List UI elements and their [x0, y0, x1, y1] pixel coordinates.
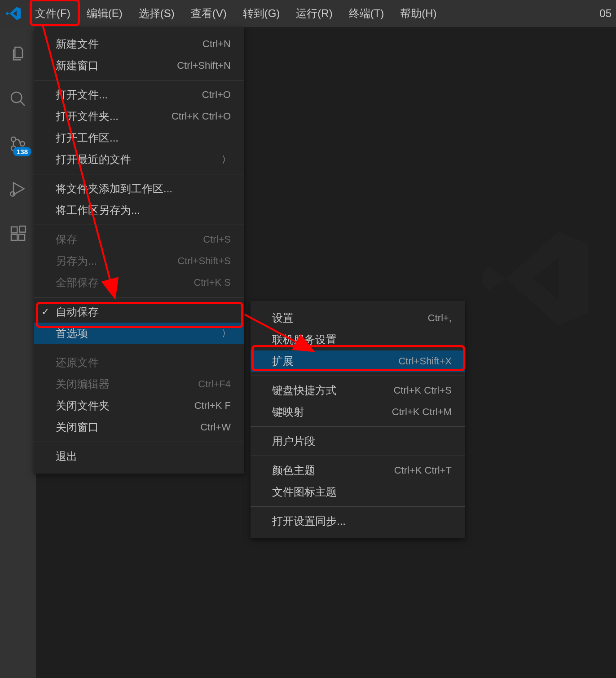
- menu-item-label: 自动保存: [56, 305, 231, 319]
- menu-item-label: 全部保存: [56, 275, 194, 290]
- menu-open-recent[interactable]: 打开最近的文件 〉: [34, 149, 244, 170]
- menu-item-label: 首选项: [56, 326, 222, 341]
- svg-rect-6: [11, 227, 17, 233]
- file-dropdown-menu: 新建文件 Ctrl+N 新建窗口 Ctrl+Shift+N 打开文件... Ct…: [34, 27, 244, 474]
- menu-exit[interactable]: 退出: [34, 446, 244, 467]
- menu-open-workspace[interactable]: 打开工作区...: [34, 127, 244, 149]
- menu-item-label: 保存: [56, 232, 203, 247]
- menu-open-file[interactable]: 打开文件... Ctrl+O: [34, 84, 244, 106]
- menu-item-label: 新建窗口: [56, 58, 177, 73]
- menu-item-label: 还原文件: [56, 355, 231, 370]
- menu-save-as[interactable]: 另存为... Ctrl+Shift+S: [34, 250, 244, 272]
- menu-item-label: 打开工作区...: [56, 131, 231, 145]
- svg-point-4: [20, 142, 25, 146]
- submenu-settings[interactable]: 设置 Ctrl+,: [251, 307, 465, 329]
- submenu-keymaps[interactable]: 键映射 Ctrl+K Ctrl+M: [251, 401, 465, 423]
- source-control-badge: 138: [13, 147, 31, 156]
- menu-separator: [251, 456, 465, 456]
- submenu-file-icon-theme[interactable]: 文件图标主题: [251, 481, 465, 503]
- menu-item-label: 设置: [272, 311, 428, 325]
- menu-edit[interactable]: 编辑(E): [79, 0, 131, 27]
- menu-separator: [34, 80, 244, 80]
- menu-item-label: 用户片段: [272, 434, 452, 448]
- menu-close-window[interactable]: 关闭窗口 Ctrl+W: [34, 417, 244, 438]
- search-icon[interactable]: [0, 81, 36, 117]
- menubar: 文件(F) 编辑(E) 选择(S) 查看(V) 转到(G) 运行(R) 终端(T…: [27, 0, 445, 27]
- menu-run[interactable]: 运行(R): [288, 0, 340, 27]
- menu-item-label: 扩展: [272, 354, 398, 368]
- menu-item-shortcut: Ctrl+K S: [194, 277, 231, 288]
- submenu-extensions[interactable]: 扩展 Ctrl+Shift+X: [251, 350, 465, 372]
- menu-separator: [34, 348, 244, 348]
- menu-item-shortcut: Ctrl+S: [203, 234, 231, 245]
- submenu-keyboard-shortcuts[interactable]: 键盘快捷方式 Ctrl+K Ctrl+S: [251, 380, 465, 401]
- menu-item-shortcut: Ctrl+N: [202, 38, 231, 50]
- menu-selection[interactable]: 选择(S): [131, 0, 183, 27]
- menu-item-label: 另存为...: [56, 254, 177, 268]
- activity-bar: 138: [0, 27, 36, 678]
- menu-save[interactable]: 保存 Ctrl+S: [34, 229, 244, 250]
- submenu-user-snippets[interactable]: 用户片段: [251, 430, 465, 452]
- svg-rect-7: [11, 235, 17, 240]
- svg-line-1: [20, 101, 25, 106]
- menu-new-file[interactable]: 新建文件 Ctrl+N: [34, 33, 244, 55]
- menu-item-label: 将文件夹添加到工作区...: [56, 182, 231, 196]
- titlebar: 文件(F) 编辑(E) 选择(S) 查看(V) 转到(G) 运行(R) 终端(T…: [0, 0, 616, 27]
- svg-point-0: [11, 92, 22, 102]
- menu-item-shortcut: Ctrl+Shift+N: [177, 60, 231, 71]
- submenu-color-theme[interactable]: 颜色主题 Ctrl+K Ctrl+T: [251, 460, 465, 481]
- menu-item-label: 打开文件...: [56, 88, 202, 102]
- chevron-right-icon: 〉: [222, 154, 231, 166]
- menu-save-all[interactable]: 全部保存 Ctrl+K S: [34, 272, 244, 293]
- menu-add-folder-to-workspace[interactable]: 将文件夹添加到工作区...: [34, 178, 244, 199]
- menu-separator: [34, 297, 244, 297]
- vscode-icon: [0, 0, 27, 27]
- titlebar-right-text: 05: [599, 7, 616, 20]
- source-control-icon[interactable]: 138: [0, 126, 36, 162]
- menu-separator: [34, 442, 244, 442]
- svg-rect-8: [19, 235, 25, 240]
- menu-revert-file[interactable]: 还原文件: [34, 352, 244, 373]
- menu-item-shortcut: Ctrl+K Ctrl+O: [172, 111, 231, 122]
- menu-new-window[interactable]: 新建窗口 Ctrl+Shift+N: [34, 55, 244, 76]
- menu-item-shortcut: Ctrl+Shift+X: [398, 355, 452, 367]
- menu-file[interactable]: 文件(F): [27, 0, 79, 27]
- menu-item-shortcut: Ctrl+W: [200, 421, 231, 433]
- menu-close-editor[interactable]: 关闭编辑器 Ctrl+F4: [34, 373, 244, 395]
- menu-go[interactable]: 转到(G): [235, 0, 288, 27]
- menu-separator: [34, 174, 244, 174]
- menu-item-label: 打开文件夹...: [56, 109, 172, 124]
- menu-item-shortcut: Ctrl+F4: [198, 378, 231, 390]
- menu-item-label: 颜色主题: [272, 463, 394, 478]
- menu-separator: [34, 225, 244, 225]
- menu-terminal[interactable]: 终端(T): [341, 0, 392, 27]
- menu-open-folder[interactable]: 打开文件夹... Ctrl+K Ctrl+O: [34, 106, 244, 127]
- menu-item-label: 键映射: [272, 405, 392, 419]
- menu-separator: [251, 506, 465, 507]
- extensions-icon[interactable]: [0, 216, 36, 252]
- menu-separator: [251, 426, 465, 427]
- run-debug-icon[interactable]: [0, 171, 36, 207]
- menu-preferences[interactable]: 首选项 〉: [34, 323, 244, 344]
- menu-item-label: 文件图标主题: [272, 485, 452, 499]
- menu-auto-save[interactable]: ✓ 自动保存: [34, 301, 244, 323]
- svg-point-2: [11, 137, 16, 142]
- menu-item-label: 关闭窗口: [56, 420, 200, 434]
- menu-item-shortcut: Ctrl+K Ctrl+M: [392, 406, 452, 418]
- menu-item-shortcut: Ctrl+K F: [194, 400, 231, 412]
- menu-item-shortcut: Ctrl+K Ctrl+T: [394, 465, 452, 476]
- explorer-icon[interactable]: [0, 36, 36, 72]
- vscode-watermark: [477, 220, 594, 339]
- menu-save-workspace-as[interactable]: 将工作区另存为...: [34, 199, 244, 221]
- menu-view[interactable]: 查看(V): [183, 0, 235, 27]
- menu-item-shortcut: Ctrl+K Ctrl+S: [393, 385, 452, 396]
- menu-help[interactable]: 帮助(H): [392, 0, 444, 27]
- menu-item-label: 打开设置同步...: [272, 514, 452, 528]
- menu-close-folder[interactable]: 关闭文件夹 Ctrl+K F: [34, 395, 244, 417]
- menu-separator: [251, 376, 465, 376]
- menu-item-shortcut: Ctrl+Shift+S: [177, 255, 231, 267]
- submenu-settings-sync[interactable]: 打开设置同步...: [251, 510, 465, 532]
- menu-item-label: 退出: [56, 449, 231, 464]
- submenu-online-settings[interactable]: 联机服务设置: [251, 329, 465, 350]
- svg-rect-9: [19, 226, 25, 232]
